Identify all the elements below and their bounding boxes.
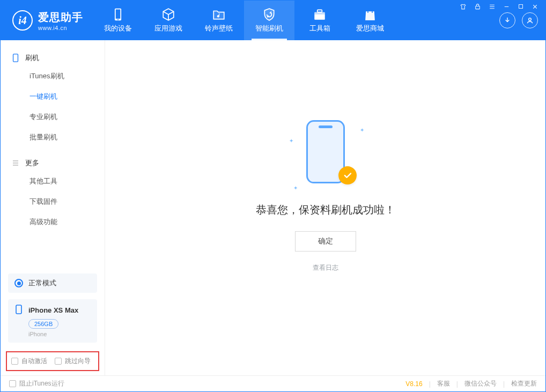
nav-label: 智能刷机 [255,24,283,33]
shirt-icon[interactable] [460,3,467,12]
nav-flash[interactable]: 智能刷机 [244,1,294,40]
nav-label: 应用游戏 [154,24,182,33]
version-label: V8.16 [405,380,422,388]
option-block-itunes[interactable]: 阻止iTunes运行 [9,379,64,388]
minimize-button[interactable] [503,3,510,12]
svg-rect-7 [318,10,322,12]
checkbox-icon [55,358,62,365]
phone-icon [11,54,20,62]
top-nav: 我的设备 应用游戏 铃声壁纸 智能刷机 工具箱 爱思商城 [93,1,395,40]
svg-rect-10 [16,305,21,314]
logo-text: 爱思助手 www.i4.cn [38,10,83,31]
titlebar: i4 爱思助手 www.i4.cn 我的设备 应用游戏 铃声壁纸 智能刷机 工具… [1,1,545,40]
cube-icon [161,8,175,21]
sparkle-icon [289,135,292,138]
mode-label: 正常模式 [28,278,56,288]
logo-icon: i4 [12,10,33,31]
brand-url: www.i4.cn [38,25,83,31]
maximize-button[interactable] [518,3,524,12]
sidebar-section-more: 更多 [1,155,105,171]
menu-icon[interactable] [489,3,496,12]
checkbox-icon [9,380,16,387]
option-skip-wizard[interactable]: 跳过向导 [55,357,91,366]
sidebar-item-batch-flash[interactable]: 批量刷机 [1,127,105,147]
svg-rect-3 [116,9,121,18]
sidebar-section-flash: 刷机 [1,50,105,66]
device-name: iPhone XS Max [28,306,78,314]
footer: 阻止iTunes运行 V8.16 | 客服 | 微信公众号 | 检查更新 [1,375,545,391]
sidebar-item-oneclick-flash[interactable]: 一键刷机 [1,86,105,107]
sidebar-section-title: 更多 [25,158,39,168]
mode-card[interactable]: 正常模式 [8,273,97,293]
body: 刷机 iTunes刷机 一键刷机 专业刷机 批量刷机 更多 其他工具 下载固件 … [1,40,545,375]
option-label: 跳过向导 [65,357,91,366]
lock-icon[interactable] [474,3,481,12]
sidebar-item-pro-flash[interactable]: 专业刷机 [1,107,105,127]
sidebar-item-advanced[interactable]: 高级功能 [1,212,105,232]
svg-point-8 [529,18,532,21]
device-phone-icon [14,305,23,316]
device-capacity: 256GB [28,319,58,329]
option-label: 自动激活 [21,357,47,366]
option-label: 阻止iTunes运行 [19,379,64,388]
sidebar: 刷机 iTunes刷机 一键刷机 专业刷机 批量刷机 更多 其他工具 下载固件 … [1,40,105,375]
sidebar-item-other-tools[interactable]: 其他工具 [1,171,105,191]
ok-button[interactable]: 确定 [295,231,356,252]
sparkle-icon [293,182,297,186]
nav-label: 我的设备 [104,24,132,33]
view-log-link[interactable]: 查看日志 [313,263,338,272]
nav-toolbox[interactable]: 工具箱 [294,1,345,40]
check-stamp-icon [338,166,357,184]
success-illustration [299,119,352,189]
device-icon [111,8,125,21]
nav-label: 铃声壁纸 [205,24,233,33]
toolbox-icon [313,8,327,21]
device-card[interactable]: iPhone XS Max 256GB iPhone [8,299,97,343]
shield-refresh-icon [262,8,276,21]
checkbox-icon [11,358,18,365]
sidebar-item-itunes-flash[interactable]: iTunes刷机 [1,66,105,86]
flash-options-row: 自动激活 跳过向导 [6,351,99,371]
main-panel: 恭喜您，保资料刷机成功啦！ 确定 查看日志 [105,40,545,375]
nav-apps[interactable]: 应用游戏 [143,1,194,40]
nav-label: 工具箱 [309,24,330,33]
separator: | [456,380,458,388]
nav-my-device[interactable]: 我的设备 [93,1,143,40]
svg-rect-1 [519,5,523,9]
folder-music-icon [212,8,226,21]
success-message: 恭喜您，保资料刷机成功啦！ [256,203,395,217]
list-icon [11,159,20,167]
footer-link-wechat[interactable]: 微信公众号 [464,379,497,388]
footer-link-update[interactable]: 检查更新 [511,379,537,388]
nav-label: 爱思商城 [356,24,384,33]
account-button[interactable] [522,12,538,28]
option-auto-activate[interactable]: 自动激活 [11,357,47,366]
logo[interactable]: i4 爱思助手 www.i4.cn [1,1,93,40]
nav-store[interactable]: 爱思商城 [345,1,395,40]
bag-icon [363,8,377,21]
success-panel: 恭喜您，保资料刷机成功啦！ 确定 查看日志 [256,119,395,272]
svg-rect-0 [476,6,480,9]
sparkle-icon [360,124,363,128]
footer-right: V8.16 | 客服 | 微信公众号 | 检查更新 [405,379,537,388]
close-button[interactable] [532,3,538,12]
separator: | [503,380,505,388]
sidebar-item-download-firmware[interactable]: 下载固件 [1,191,105,212]
window-controls [460,3,538,12]
footer-link-support[interactable]: 客服 [437,379,450,388]
sidebar-section-title: 刷机 [25,53,39,63]
svg-point-4 [117,19,119,20]
nav-ringtones[interactable]: 铃声壁纸 [194,1,244,40]
svg-rect-9 [13,54,18,62]
download-button[interactable] [499,12,515,28]
separator: | [429,380,431,388]
device-type: iPhone [28,331,91,337]
brand-name: 爱思助手 [38,10,83,25]
mode-dot-icon [14,279,23,287]
